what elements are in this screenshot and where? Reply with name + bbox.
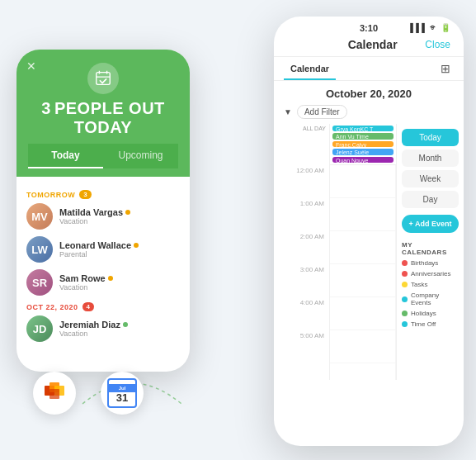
calendar-item-birthdays: Birthdays bbox=[402, 259, 459, 267]
status-bar: 3:10 ▌▌▌ ᯤ 🔋 bbox=[274, 17, 464, 36]
my-calendars-label: MY CALENDARS bbox=[402, 241, 459, 256]
person-name: Sam Rowe bbox=[59, 273, 180, 283]
event-chip[interactable]: Quan Nguye bbox=[332, 157, 394, 163]
view-day-button[interactable]: Day bbox=[402, 191, 459, 208]
header-icon bbox=[87, 63, 119, 94]
add-filter-button[interactable]: Add Filter bbox=[297, 105, 347, 119]
view-today-button[interactable]: Today bbox=[402, 129, 459, 146]
event-chip[interactable]: Ann Vu Time bbox=[332, 133, 394, 139]
status-dot bbox=[125, 210, 130, 215]
nav-title: Calendar bbox=[348, 38, 398, 51]
cal-dot bbox=[402, 321, 408, 327]
person-info: Jeremiah Diaz Vacation bbox=[59, 320, 180, 338]
cal-side-panel: Today Month Week Day + Add Event MY CALE… bbox=[396, 124, 464, 380]
time-slot-300: 3:00 AM bbox=[274, 264, 329, 297]
all-day-label: ALL DAY bbox=[274, 124, 329, 165]
office-svg bbox=[43, 379, 66, 402]
view-month-button[interactable]: Month bbox=[402, 149, 459, 167]
person-type: Vacation bbox=[59, 330, 180, 338]
oct-badge: 4 bbox=[82, 302, 95, 311]
all-day-events: Grya KonKC T Ann Vu Time Franc.Calvy Jel… bbox=[330, 124, 396, 165]
avatar: JD bbox=[26, 315, 53, 342]
time-slot-400: 4:00 AM bbox=[274, 297, 329, 330]
left-phone-header: ✕ 3 PEOPLE OUT TODAY Today Upcoming bbox=[16, 50, 190, 177]
person-row: LW Leonard Wallace Parental bbox=[26, 236, 180, 263]
cal-dot bbox=[402, 311, 408, 316]
event-chip[interactable]: Franc.Calvy bbox=[332, 141, 394, 147]
tomorrow-section-label: TOMORROW 3 bbox=[26, 190, 180, 199]
person-name: Jeremiah Diaz bbox=[59, 320, 180, 330]
office365-icon bbox=[43, 379, 66, 408]
icons-row: Jul 31 bbox=[33, 372, 144, 415]
calendar-item-time-off: Time Off bbox=[402, 320, 459, 328]
signal-icons: ▌▌▌ ᯤ 🔋 bbox=[410, 23, 450, 32]
calendar-item-company-events: Company Events bbox=[402, 292, 459, 306]
people-count: 3 PEOPLE OUT TODAY bbox=[28, 99, 178, 137]
left-phone: ✕ 3 PEOPLE OUT TODAY Today Upcoming TOMO… bbox=[16, 50, 190, 372]
time-slot-1200: 12:00 AM bbox=[274, 165, 329, 198]
scene: ✕ 3 PEOPLE OUT TODAY Today Upcoming TOMO… bbox=[0, 0, 476, 460]
cal-main: ALL DAY 12:00 AM 1:00 AM 2:00 AM 3:00 AM… bbox=[274, 124, 464, 380]
tab-today[interactable]: Today bbox=[28, 144, 103, 168]
filter-icon: ▼ bbox=[284, 107, 292, 116]
calendar-grid-icon[interactable]: ⊞ bbox=[437, 57, 454, 80]
status-dot bbox=[134, 243, 139, 248]
cal-dot bbox=[402, 271, 408, 277]
event-chip[interactable]: Grya KonKC T bbox=[332, 126, 394, 131]
date-header: October 20, 2020 bbox=[274, 81, 464, 103]
filter-row: ▼ Add Filter bbox=[274, 103, 464, 124]
person-name: Leonard Wallace bbox=[59, 240, 180, 250]
person-info: Sam Rowe Vacation bbox=[59, 273, 180, 292]
avatar: MV bbox=[26, 203, 53, 230]
gcal-icon: Jul 31 bbox=[107, 378, 137, 408]
person-info: Leonard Wallace Parental bbox=[59, 240, 180, 258]
person-type: Parental bbox=[59, 250, 180, 258]
status-time: 3:10 bbox=[360, 23, 378, 33]
tomorrow-badge: 3 bbox=[79, 190, 92, 199]
left-phone-body: TOMORROW 3 MV Matilda Vargas Vacation LW bbox=[16, 177, 190, 372]
cal-events-area: Grya KonKC T Ann Vu Time Franc.Calvy Jel… bbox=[330, 124, 396, 380]
calendar-item-holidays: Holidays bbox=[402, 310, 459, 317]
tab-upcoming[interactable]: Upcoming bbox=[103, 144, 178, 168]
avatar: LW bbox=[26, 236, 53, 263]
cal-dot bbox=[402, 282, 408, 287]
calendar-check-icon bbox=[94, 69, 112, 88]
person-type: Vacation bbox=[59, 217, 180, 225]
tab-calendar[interactable]: Calendar bbox=[284, 59, 336, 80]
status-dot bbox=[108, 276, 113, 281]
nav-bar: Calendar Close bbox=[274, 36, 464, 57]
add-event-button[interactable]: + Add Event bbox=[402, 215, 459, 233]
office365-icon-circle bbox=[33, 372, 76, 415]
time-slot-200: 2:00 AM bbox=[274, 231, 329, 264]
cal-timeline: ALL DAY 12:00 AM 1:00 AM 2:00 AM 3:00 AM… bbox=[274, 124, 330, 380]
close-button[interactable]: Close bbox=[425, 39, 450, 50]
status-dot bbox=[123, 322, 128, 327]
right-phone: 3:10 ▌▌▌ ᯤ 🔋 Calendar Close Calendar ⊞ O… bbox=[274, 17, 464, 446]
cal-dot bbox=[402, 296, 408, 302]
cal-dot bbox=[402, 260, 408, 266]
person-name: Matilda Vargas bbox=[59, 207, 180, 217]
calendar-item-tasks: Tasks bbox=[402, 281, 459, 288]
svg-rect-4 bbox=[49, 389, 59, 399]
person-row: JD Jeremiah Diaz Vacation bbox=[26, 315, 180, 342]
gcal-icon-circle: Jul 31 bbox=[101, 372, 144, 415]
person-row: MV Matilda Vargas Vacation bbox=[26, 203, 180, 230]
event-chip[interactable]: Jelenz Suéle bbox=[332, 149, 394, 154]
cal-tab-bar: Calendar ⊞ bbox=[274, 57, 464, 81]
tab-bar: Today Upcoming bbox=[28, 144, 178, 168]
avatar: SR bbox=[26, 269, 53, 296]
time-slot-500: 5:00 AM bbox=[274, 330, 329, 363]
gcal-date-number: 31 bbox=[116, 392, 128, 403]
calendar-item-anniversaries: Anniversaries bbox=[402, 270, 459, 277]
person-type: Vacation bbox=[59, 283, 180, 292]
time-grid bbox=[330, 165, 396, 380]
view-week-button[interactable]: Week bbox=[402, 170, 459, 187]
person-row: SR Sam Rowe Vacation bbox=[26, 269, 180, 296]
time-slot-100: 1:00 AM bbox=[274, 198, 329, 231]
oct-section-label: OCT 22, 2020 4 bbox=[26, 302, 180, 311]
gcal-top-bar: Jul bbox=[109, 384, 135, 392]
close-icon[interactable]: ✕ bbox=[26, 59, 36, 73]
person-info: Matilda Vargas Vacation bbox=[59, 207, 180, 225]
